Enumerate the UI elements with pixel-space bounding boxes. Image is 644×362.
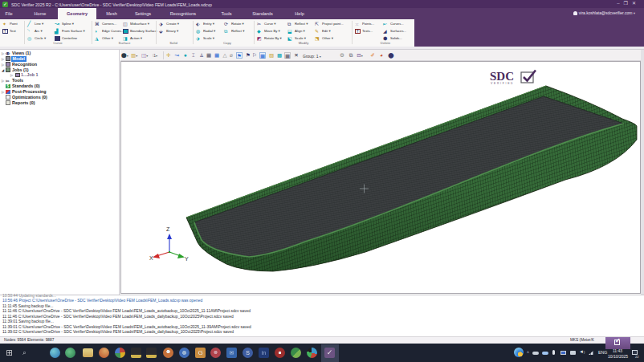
svg-text:X: X bbox=[149, 255, 153, 261]
svg-text:Z: Z bbox=[166, 226, 170, 232]
svg-text:VERIFIED: VERIFIED bbox=[491, 82, 514, 85]
svg-text:Y: Y bbox=[185, 256, 189, 262]
